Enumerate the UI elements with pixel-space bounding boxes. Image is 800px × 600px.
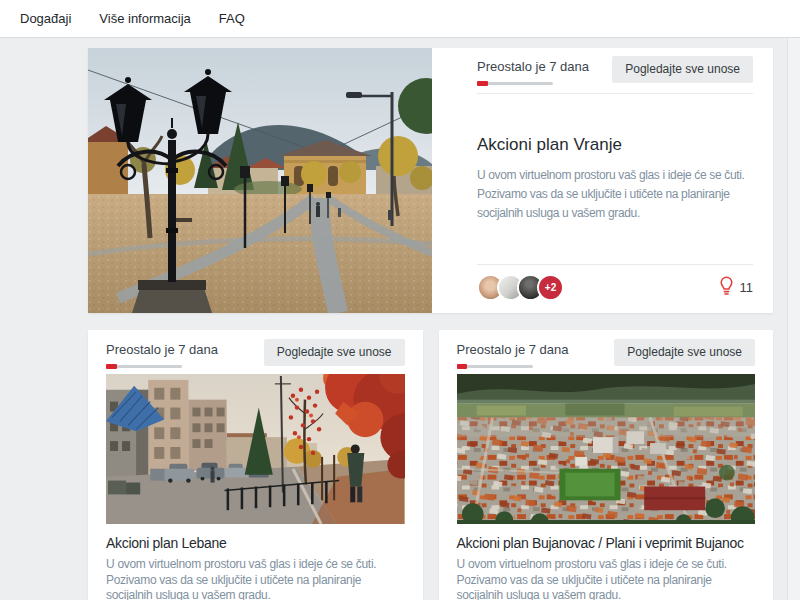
top-nav: Događaji Više informacija FAQ: [0, 0, 800, 38]
card-title[interactable]: Akcioni plan Vranje: [477, 134, 753, 156]
participants-avatars: +2: [477, 274, 564, 301]
view-all-entries-button[interactable]: Pogledajte sve unose: [612, 56, 753, 83]
progress-bar: [106, 365, 182, 368]
card-lebane: Preostalo je 7 dana Pogledajte sve unose: [88, 330, 423, 600]
card-footer: +2 11: [477, 256, 753, 301]
progress-fill: [477, 81, 488, 86]
avatar-overflow-badge: +2: [537, 274, 564, 301]
remaining-label: Preostalo je 7 dana: [477, 56, 589, 74]
progress-bar: [457, 365, 533, 368]
lightbulb-icon: [719, 276, 734, 300]
card-description: U ovom virtuelnom prostoru vaš glas i id…: [457, 557, 756, 600]
card-bujanovac: Preostalo je 7 dana Pogledajte sve unose: [439, 330, 774, 600]
progress-bar: [477, 82, 553, 85]
bujanovac-aerial-photo: [457, 374, 756, 524]
lebane-street-photo: [106, 374, 405, 524]
progress-fill: [106, 364, 117, 369]
remaining-block: Preostalo je 7 dana: [457, 339, 569, 368]
view-all-entries-button[interactable]: Pogledajte sve unose: [264, 339, 405, 366]
featured-card-vranje: Preostalo je 7 dana Pogledajte sve unose…: [88, 48, 773, 313]
content-area: Preostalo je 7 dana Pogledajte sve unose…: [88, 48, 773, 600]
scrollbar-track[interactable]: [787, 38, 800, 600]
remaining-label: Preostalo je 7 dana: [106, 339, 218, 357]
card-description: U ovom virtuelnom prostoru vaš glas i id…: [106, 557, 405, 600]
featured-card-body: Preostalo je 7 dana Pogledajte sve unose…: [432, 48, 773, 313]
card-title[interactable]: Akcioni plan Bujanovac / Plani i veprimi…: [457, 535, 756, 552]
vranje-street-photo: [88, 48, 432, 313]
remaining-block: Preostalo je 7 dana: [477, 56, 589, 85]
nav-link-vise-informacija[interactable]: Više informacija: [85, 0, 205, 38]
view-all-entries-button[interactable]: Pogledajte sve unose: [614, 339, 755, 366]
card-title[interactable]: Akcioni plan Lebane: [106, 535, 405, 552]
ideas-count: 11: [740, 280, 754, 295]
nav-link-dogadjaji[interactable]: Događaji: [6, 0, 85, 38]
nav-link-faq[interactable]: FAQ: [205, 0, 259, 38]
progress-fill: [457, 364, 468, 369]
remaining-block: Preostalo je 7 dana: [106, 339, 218, 368]
ideas-counter: 11: [719, 276, 754, 300]
divider: [477, 93, 753, 94]
card-description: U ovom virtuelnom prostoru vaš glas i id…: [477, 166, 753, 223]
remaining-label: Preostalo je 7 dana: [457, 339, 569, 357]
